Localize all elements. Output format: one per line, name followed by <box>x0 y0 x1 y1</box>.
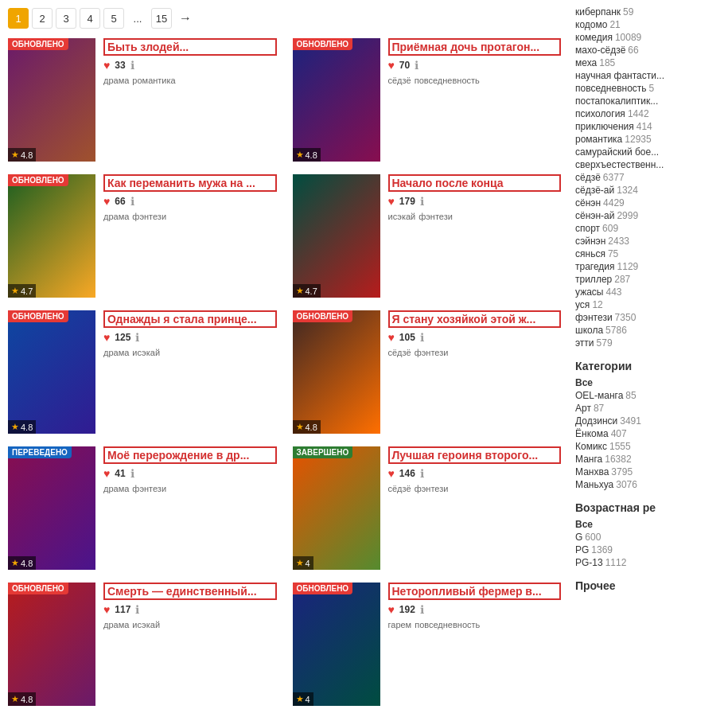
sidebar-genre-link[interactable]: фэнтези7350 <box>575 312 722 323</box>
manga-tag[interactable]: фэнтези <box>415 484 449 493</box>
sidebar-genre-link[interactable]: сёнэн-ай2999 <box>575 210 722 221</box>
sidebar-age-link[interactable]: PG1369 <box>575 544 722 555</box>
manga-title[interactable]: Неторопливый фермер в... <box>388 583 562 600</box>
sidebar-genre-link[interactable]: научная фантасти... <box>575 70 722 81</box>
manga-tag[interactable]: фэнтези <box>132 212 166 221</box>
sidebar-genre-link[interactable]: сэйнэн2433 <box>575 236 722 247</box>
info-icon[interactable]: ℹ <box>130 195 134 208</box>
sidebar-age-link[interactable]: PG-131112 <box>575 557 722 568</box>
manga-title[interactable]: Смерть — единственный... <box>103 583 277 600</box>
sidebar-genre-link[interactable]: кодомо21 <box>575 19 722 30</box>
manga-stats: ♥ 66 ℹ <box>103 195 277 208</box>
manga-tag[interactable]: повседневность <box>415 76 480 85</box>
info-icon[interactable]: ℹ <box>420 195 424 208</box>
sidebar-age-link[interactable]: G600 <box>575 532 722 543</box>
manga-tag[interactable]: сёдзё <box>388 348 411 357</box>
sidebar-category-link[interactable]: Арт87 <box>575 403 722 414</box>
sidebar-category-link[interactable]: Все <box>575 377 722 388</box>
sidebar-category-link[interactable]: Манхва3795 <box>575 466 722 477</box>
manga-tag[interactable]: исэкай <box>132 620 160 629</box>
manga-title[interactable]: Приёмная дочь протагон... <box>388 38 562 56</box>
sidebar-genre-link[interactable]: самурайский бое... <box>575 146 722 158</box>
next-arrow[interactable]: → <box>175 8 196 29</box>
sidebar-genre-link[interactable]: комедия10089 <box>575 32 722 43</box>
age-section: Возрастная ре ВсеG600PG1369PG-131112 <box>575 501 722 568</box>
manga-title[interactable]: Однажды я стала принце... <box>103 310 277 328</box>
sidebar-category-link[interactable]: Ёнкома407 <box>575 428 722 439</box>
info-icon[interactable]: ℹ <box>420 467 424 480</box>
rating-value: 4.7 <box>21 286 33 296</box>
sidebar-genre-link[interactable]: повседневность5 <box>575 83 722 94</box>
sidebar-genre-link[interactable]: романтика12935 <box>575 134 722 145</box>
manga-tag[interactable]: фэнтези <box>415 348 449 357</box>
sidebar-genre-link[interactable]: ужасы443 <box>575 286 722 298</box>
sidebar-genre-link[interactable]: сёдзё-ай1324 <box>575 185 722 196</box>
manga-title[interactable]: Начало после конца <box>388 174 562 192</box>
manga-badge: обновлено <box>293 583 353 594</box>
sidebar-category-link[interactable]: Додзинси3491 <box>575 415 722 427</box>
page-1[interactable]: 1 <box>8 8 29 29</box>
sidebar-genre-link[interactable]: киберпанк59 <box>575 6 722 18</box>
sidebar-genre-link[interactable]: трагедия1129 <box>575 261 722 272</box>
sidebar-genre-link[interactable]: постапокалиптик... <box>575 95 722 107</box>
manga-tag[interactable]: драма <box>103 620 129 629</box>
sidebar-category-link[interactable]: Комикс1555 <box>575 441 722 452</box>
manga-tag[interactable]: романтика <box>132 76 175 85</box>
manga-tag[interactable]: драма <box>103 212 129 221</box>
manga-item: ★ 4.7 Начало после конца ♥ 179 ℹ исэкайф… <box>293 174 562 298</box>
info-icon[interactable]: ℹ <box>130 467 134 480</box>
manga-tag[interactable]: исэкай <box>388 212 416 221</box>
star-icon: ★ <box>296 286 304 296</box>
likes-count: 146 <box>399 468 415 479</box>
sidebar-genre-link[interactable]: приключения414 <box>575 121 722 132</box>
rating-badge: ★ 4 <box>293 692 313 706</box>
sidebar-genre-link[interactable]: этти579 <box>575 337 722 349</box>
sidebar-age-link[interactable]: Все <box>575 519 722 530</box>
info-icon[interactable]: ℹ <box>135 603 139 616</box>
manga-stats: ♥ 105 ℹ <box>388 331 562 344</box>
manga-tag[interactable]: драма <box>103 348 129 357</box>
manga-title[interactable]: Лучшая героиня второго... <box>388 446 562 464</box>
sidebar-genre-link[interactable]: сверхъестественн... <box>575 159 722 170</box>
sidebar-category-link[interactable]: Манга16382 <box>575 454 722 465</box>
manga-tag[interactable]: фэнтези <box>419 212 453 221</box>
sidebar-genre-link[interactable]: спорт609 <box>575 223 722 234</box>
page-3[interactable]: 3 <box>56 8 76 29</box>
manga-tag[interactable]: сёдзё <box>388 76 411 85</box>
sidebar-genre-link[interactable]: сёнэн4429 <box>575 197 722 208</box>
page-5[interactable]: 5 <box>103 8 124 29</box>
manga-title[interactable]: Быть злодей... <box>103 38 277 56</box>
manga-tag[interactable]: фэнтези <box>132 484 166 493</box>
sidebar-genre-link[interactable]: сянься75 <box>575 248 722 259</box>
manga-tag[interactable]: повседневность <box>415 620 480 629</box>
manga-title[interactable]: Моё перерождение в др... <box>103 446 277 464</box>
info-icon[interactable]: ℹ <box>420 603 424 616</box>
manga-tag[interactable]: сёдзё <box>388 484 411 493</box>
info-icon[interactable]: ℹ <box>415 59 419 72</box>
page-15[interactable]: 15 <box>151 8 172 29</box>
manga-title[interactable]: Я стану хозяйкой этой ж... <box>388 310 562 328</box>
info-icon[interactable]: ℹ <box>130 59 134 72</box>
sidebar-category-link[interactable]: Маньхуа3076 <box>575 479 722 490</box>
sidebar-genre-link[interactable]: махо-сёдзё66 <box>575 45 722 56</box>
manga-badge: обновлено <box>293 38 353 50</box>
sidebar-genre-link[interactable]: уся12 <box>575 299 722 310</box>
manga-info: Как переманить мужа на ... ♥ 66 ℹ драмаф… <box>103 174 277 298</box>
manga-tag[interactable]: драма <box>103 76 129 85</box>
sidebar-genre-link[interactable]: психология1442 <box>575 108 722 119</box>
manga-badge: обновлено <box>293 310 353 322</box>
sidebar-category-link[interactable]: OEL-манга85 <box>575 390 722 401</box>
manga-tag[interactable]: гарем <box>388 620 412 629</box>
sidebar-genre-link[interactable]: триллер287 <box>575 274 722 285</box>
sidebar-genre-link[interactable]: меха185 <box>575 57 722 68</box>
manga-title[interactable]: Как переманить мужа на ... <box>103 174 277 192</box>
info-icon[interactable]: ℹ <box>420 331 424 344</box>
sidebar-genre-link[interactable]: школа5786 <box>575 325 722 336</box>
info-icon[interactable]: ℹ <box>135 331 139 344</box>
page-2[interactable]: 2 <box>32 8 53 29</box>
rating-badge: ★ 4.8 <box>8 556 36 570</box>
sidebar-genre-link[interactable]: сёдзё6377 <box>575 172 722 183</box>
manga-tag[interactable]: исэкай <box>132 348 160 357</box>
manga-tag[interactable]: драма <box>103 484 129 493</box>
page-4[interactable]: 4 <box>80 8 100 29</box>
